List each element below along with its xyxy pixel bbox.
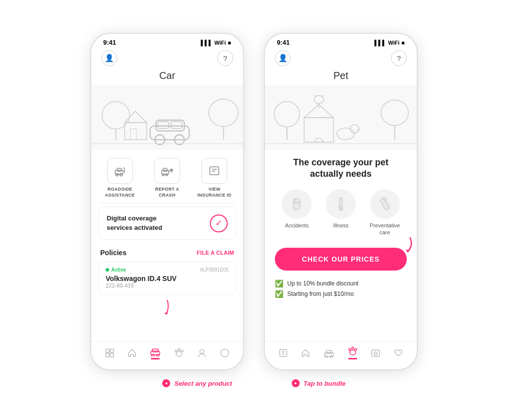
action-buttons: ROADSIDEASSISTANCE <box>91 150 243 203</box>
car-illustration <box>91 85 243 150</box>
insurance-label: VIEWINSURANCE ID <box>197 187 232 198</box>
policy-status-row: Active #LP3891E05 <box>106 267 229 273</box>
nav-pet[interactable] <box>174 348 185 358</box>
label-bundle: ● Tap to bundle <box>292 379 346 387</box>
phone-pet: 9:41 ▌▌▌ WiFi ■ 👤 ? Pet <box>264 33 418 370</box>
accident-icon <box>282 189 312 219</box>
file-claim-btn[interactable]: FILE A CLAIM <box>197 250 235 256</box>
top-nav-pet: 👤 ? <box>265 48 417 70</box>
svg-rect-38 <box>152 349 158 352</box>
nav-more[interactable] <box>220 348 230 358</box>
nav-photo-pet[interactable] <box>371 348 381 358</box>
wifi-icon: WiFi <box>214 40 226 46</box>
crash-btn[interactable]: REPORT ACRASH <box>147 158 187 198</box>
pet-illustration <box>265 85 417 150</box>
pet-coverage-title: The coverage your petactually needs <box>265 150 417 183</box>
nav-home[interactable] <box>127 348 137 358</box>
nav-car-pet[interactable] <box>323 348 334 358</box>
phones-row: 9:41 ▌▌▌ WiFi ■ 👤 ? Car <box>0 33 508 370</box>
svg-point-68 <box>383 198 386 201</box>
nav-pet-pet[interactable] <box>347 347 358 359</box>
bottom-nav-pet <box>265 341 417 369</box>
svg-point-42 <box>175 350 177 352</box>
benefit-check-1: ✅ <box>275 280 283 287</box>
crash-label: REPORT ACRASH <box>155 187 180 198</box>
policy-status: Active <box>106 267 126 273</box>
crash-icon <box>154 158 180 184</box>
bottom-nav-car <box>91 341 243 369</box>
svg-rect-75 <box>326 350 332 353</box>
nav-car[interactable] <box>150 347 161 359</box>
svg-point-46 <box>221 349 229 357</box>
svg-rect-16 <box>117 168 122 171</box>
svg-point-24 <box>166 174 168 176</box>
time-car: 9:41 <box>103 39 116 46</box>
policy-number: 122-80-433 <box>106 282 229 288</box>
coverage-text: Digital coverageservices activated <box>107 214 162 232</box>
coverage-check-icon[interactable]: ✓ <box>210 214 228 232</box>
nav-grid[interactable] <box>105 348 115 358</box>
benefit-item-1: ✅ Up to 10% bundle discount <box>275 280 407 287</box>
svg-point-66 <box>339 207 343 210</box>
benefit-check-2: ✅ <box>275 290 283 298</box>
label-bundle-text: Tap to bundle <box>304 380 346 387</box>
check-prices-btn[interactable]: CHECK OUR PRICES <box>275 248 407 271</box>
insurance-btn[interactable]: VIEWINSURANCE ID <box>194 158 234 198</box>
nav-profile[interactable] <box>197 348 207 358</box>
help-icon[interactable]: ? <box>217 50 233 66</box>
nav-list-pet[interactable] <box>278 348 288 358</box>
svg-point-81 <box>352 347 354 349</box>
label-dot-2: ● <box>292 379 300 387</box>
phone-car: 9:41 ▌▌▌ WiFi ■ 👤 ? Car <box>90 33 244 370</box>
roadside-btn[interactable]: ROADSIDEASSISTANCE <box>100 158 140 198</box>
roadside-label: ROADSIDEASSISTANCE <box>105 187 134 198</box>
divider1 <box>98 203 236 204</box>
label-dot-1: ● <box>162 379 170 387</box>
preventative-label: Preventativecare <box>370 222 400 236</box>
preventative-item: Preventativecare <box>368 189 402 236</box>
svg-rect-22 <box>163 168 167 171</box>
battery-icon-pet: ■ <box>401 40 405 46</box>
time-pet: 9:41 <box>277 39 290 46</box>
roadside-icon <box>107 158 133 184</box>
profile-icon[interactable]: 👤 <box>101 50 117 66</box>
help-icon-pet[interactable]: ? <box>391 50 407 66</box>
svg-point-23 <box>162 174 164 176</box>
benefits-list: ✅ Up to 10% bundle discount ✅ Starting f… <box>265 276 417 303</box>
svg-point-45 <box>200 350 204 353</box>
arrow-area <box>91 300 243 315</box>
signal-icons-car: ▌▌▌ WiFi ■ <box>201 40 231 46</box>
policy-id: #LP3891E05 <box>200 267 229 273</box>
policy-name: Volkswagon ID.4 SUV <box>106 275 229 282</box>
battery-icon: ■ <box>228 40 231 46</box>
nav-active-indicator <box>151 358 160 359</box>
bottom-labels: ● Select any product ● Tap to bundle <box>162 379 345 392</box>
policies-header: Policies FILE A CLAIM <box>91 243 243 260</box>
status-bar-pet: 9:41 ▌▌▌ WiFi ■ <box>265 34 417 48</box>
wifi-icon-pet: WiFi <box>388 40 399 46</box>
nav-heart-pet[interactable] <box>393 348 403 358</box>
svg-rect-47 <box>265 86 417 149</box>
svg-rect-33 <box>106 349 109 352</box>
label-select: ● Select any product <box>162 379 232 387</box>
nav-home-pet[interactable] <box>301 348 311 358</box>
svg-point-43 <box>181 350 183 352</box>
pet-icons-row: Accidents Illness <box>265 183 417 239</box>
benefit-text-2: Starting from just $10/mo <box>287 290 354 297</box>
active-dot <box>106 268 109 272</box>
top-nav-car: 👤 ? <box>91 48 243 70</box>
cta-section: CHECK OUR PRICES <box>265 239 417 276</box>
cta-arrow-svg <box>390 235 415 255</box>
preventative-icon <box>370 189 400 219</box>
profile-icon-pet[interactable]: 👤 <box>275 50 291 66</box>
accident-label: Accidents <box>285 222 309 229</box>
illness-label: Illness <box>333 222 348 229</box>
svg-point-83 <box>374 352 377 355</box>
coverage-card: Digital coverageservices activated ✓ <box>98 207 236 239</box>
signal-icon-pet: ▌▌▌ <box>375 40 386 46</box>
svg-point-80 <box>355 349 357 350</box>
svg-point-41 <box>176 351 182 356</box>
svg-line-28 <box>172 169 173 172</box>
svg-point-78 <box>350 350 356 355</box>
svg-point-17 <box>116 174 118 176</box>
